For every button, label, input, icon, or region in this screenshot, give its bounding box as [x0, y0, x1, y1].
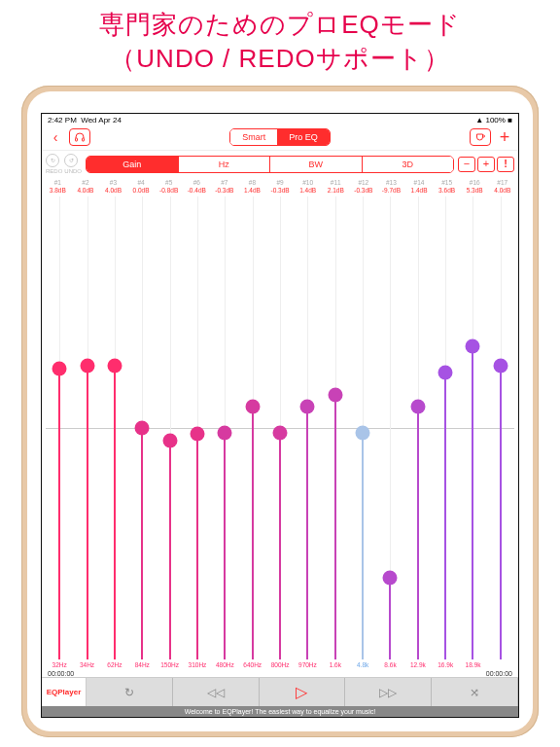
slider-knob[interactable]: [107, 359, 122, 374]
slider-knob[interactable]: [52, 362, 67, 376]
mode-smart[interactable]: Smart: [230, 129, 277, 145]
band-num: #6: [183, 179, 211, 187]
slider-knob[interactable]: [162, 433, 177, 447]
slider-knob[interactable]: [300, 399, 315, 413]
slider-knob[interactable]: [218, 425, 232, 440]
tab-hz[interactable]: Hz: [179, 157, 271, 172]
tab-3d[interactable]: 3D: [363, 157, 454, 172]
status-right: ▲ 100% ■: [475, 116, 512, 124]
mode-segment: Smart Pro EQ: [229, 128, 331, 146]
slider-knob[interactable]: [135, 420, 150, 435]
freq-label: 8.6k: [376, 661, 403, 668]
redo-undo-group: ↻REDO ↺UNDO: [46, 154, 82, 174]
player-bar: EQPlayer ↻ ◁◁ ▷ ▷▷ ⤨: [42, 677, 518, 706]
status-bar: 2:42 PM Wed Apr 24 ▲ 100% ■: [42, 114, 518, 126]
prev-button[interactable]: ◁◁: [173, 678, 260, 706]
band-header-col: #81.4dB: [238, 179, 266, 195]
band-header-col: #141.4dB: [405, 179, 434, 195]
band-header-col: #174.0dB: [489, 179, 517, 195]
tab-bw[interactable]: BW: [270, 157, 363, 172]
freq-label: 18.9k: [459, 661, 486, 668]
sub-toolbar: ↻REDO ↺UNDO Gain Hz BW 3D − + !: [42, 151, 518, 177]
battery-icon: ■: [508, 116, 512, 124]
slider-knob[interactable]: [190, 427, 204, 442]
slider-stem: [279, 433, 281, 659]
band-gain-value: 1.4dB: [238, 187, 266, 195]
slider-stem: [114, 366, 116, 659]
freq-label: 32Hz: [46, 661, 73, 668]
band-gain-value: 1.4dB: [405, 187, 434, 195]
slider-stem: [417, 407, 419, 659]
freq-label: 62Hz: [101, 661, 128, 668]
band-num: #4: [127, 179, 156, 187]
slider-knob[interactable]: [273, 425, 288, 440]
status-battery: 100%: [485, 116, 505, 124]
slider-stem: [334, 395, 336, 659]
band-num: #15: [433, 179, 461, 187]
slider-knob[interactable]: [438, 365, 453, 379]
slider-stem: [196, 434, 198, 659]
band-header-col: #12-0.3dB: [350, 179, 378, 195]
freq-label: 480Hz: [211, 661, 238, 668]
zoom-out-button[interactable]: −: [458, 157, 475, 172]
band-num: #5: [155, 179, 183, 187]
time-total: 00:00:00: [486, 670, 512, 677]
svg-rect-1: [83, 138, 85, 141]
band-header-col: #9-0.3dB: [266, 179, 295, 195]
slider-stem: [472, 346, 473, 659]
band-header-col: #13.8dB: [44, 179, 72, 195]
band-gain-value: 4.0dB: [72, 187, 100, 195]
freq-label: 1.6k: [322, 661, 349, 668]
band-gain-value: -0.3dB: [350, 187, 378, 195]
band-num: #9: [266, 179, 295, 187]
slider-stem: [224, 433, 226, 659]
svg-rect-0: [76, 138, 78, 141]
zoom-in-button[interactable]: +: [477, 157, 495, 172]
band-gain-value: -0.8dB: [155, 187, 183, 195]
band-gain-value: 4.0dB: [99, 187, 127, 195]
band-header-col: #13-9.7dB: [377, 179, 405, 195]
alert-button[interactable]: !: [497, 157, 514, 172]
freq-label: 970Hz: [294, 661, 321, 668]
next-button[interactable]: ▷▷: [345, 678, 432, 706]
band-gain-value: 2.1dB: [322, 187, 350, 195]
slider-knob[interactable]: [410, 399, 425, 413]
slider-knob[interactable]: [356, 425, 370, 440]
freq-label: 800Hz: [266, 661, 294, 668]
slider-knob[interactable]: [383, 570, 398, 585]
slider-knob[interactable]: [328, 388, 342, 403]
headphones-button[interactable]: [69, 128, 90, 146]
add-button[interactable]: +: [497, 129, 512, 145]
band-gain-value: -0.3dB: [211, 187, 239, 195]
slider-knob[interactable]: [466, 338, 480, 353]
freq-label: 150Hz: [156, 661, 183, 668]
slider-stem: [87, 366, 88, 659]
band-num: #3: [99, 179, 127, 187]
slider-knob[interactable]: [493, 359, 508, 374]
mode-pro-eq[interactable]: Pro EQ: [277, 129, 330, 145]
band-num: #14: [405, 179, 434, 187]
band-header-col: #153.6dB: [433, 179, 461, 195]
slider-stem: [389, 578, 391, 659]
slider-knob[interactable]: [80, 359, 94, 374]
promo-header: 専門家のためのプロEQモード （UNDO / REDOサポート）: [0, 0, 560, 80]
tab-gain[interactable]: Gain: [87, 157, 179, 172]
shuffle-button[interactable]: ⤨: [432, 678, 518, 706]
status-left: 2:42 PM Wed Apr 24: [48, 116, 122, 124]
play-button[interactable]: ▷: [260, 678, 346, 706]
transport-controls: ↻ ◁◁ ▷ ▷▷ ⤨: [87, 678, 518, 706]
band-gain-value: 3.8dB: [44, 187, 72, 195]
cup-button[interactable]: [470, 128, 491, 146]
repeat-button[interactable]: ↻: [87, 678, 173, 706]
eq-area: [46, 196, 514, 659]
band-gain-value: 3.6dB: [433, 187, 461, 195]
slider-knob[interactable]: [245, 399, 260, 413]
tablet-frame: 2:42 PM Wed Apr 24 ▲ 100% ■ ‹ Smart: [21, 86, 539, 737]
band-header-col: #40.0dB: [127, 179, 156, 195]
redo-button[interactable]: ↻REDO: [46, 154, 62, 174]
cup-icon: [474, 131, 486, 143]
undo-button[interactable]: ↺UNDO: [64, 154, 82, 174]
freq-label: 84Hz: [128, 661, 156, 668]
back-button[interactable]: ‹: [48, 129, 63, 145]
promo-line1: 専門家のためのプロEQモード: [0, 8, 560, 42]
